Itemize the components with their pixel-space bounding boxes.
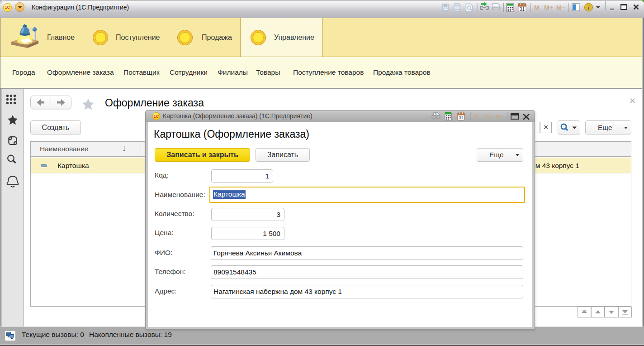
svg-text:M+: M+ xyxy=(544,4,553,11)
svg-text:M−: M− xyxy=(496,113,504,120)
svg-text:M: M xyxy=(474,113,479,120)
svg-text:M+: M+ xyxy=(484,113,492,120)
svg-text:i: i xyxy=(588,4,590,11)
svg-text:M: M xyxy=(534,4,540,11)
svg-text:31: 31 xyxy=(520,7,525,12)
svg-text:M−: M− xyxy=(556,4,565,11)
svg-text:31: 31 xyxy=(459,115,464,120)
